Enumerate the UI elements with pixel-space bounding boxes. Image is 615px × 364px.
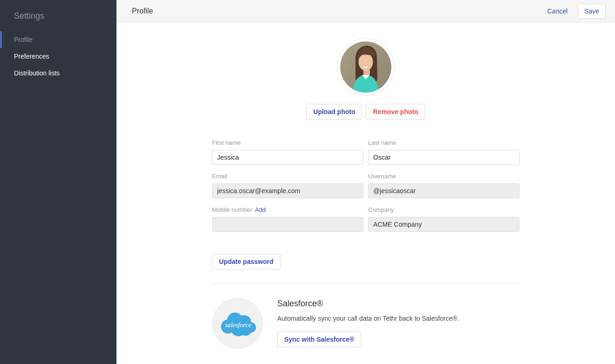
- first-name-label: First name: [212, 139, 363, 146]
- mobile-label-text: Mobile number: [212, 206, 252, 213]
- avatar: [337, 38, 395, 96]
- remove-photo-button[interactable]: Remove photo: [366, 104, 425, 120]
- form-row-name: First name Last name: [212, 139, 519, 165]
- first-name-input[interactable]: [212, 150, 363, 165]
- salesforce-logo-text: salesforce: [225, 321, 252, 329]
- company-group: Company: [368, 206, 519, 232]
- email-label: Email: [212, 173, 363, 180]
- last-name-label: Last name: [368, 139, 519, 146]
- last-name-group: Last name: [368, 139, 519, 165]
- sidebar-item-distribution-lists[interactable]: Distribution lists: [0, 65, 116, 81]
- photo-actions: Upload photo Remove photo: [116, 104, 615, 120]
- mobile-number-field: [212, 217, 363, 232]
- last-name-input[interactable]: [368, 150, 519, 165]
- settings-sidebar: Settings Profile Preferences Distributio…: [0, 0, 116, 364]
- form-row-account: Email Username: [212, 173, 519, 198]
- sidebar-item-label: Distribution lists: [14, 69, 60, 77]
- username-label: Username: [368, 173, 519, 180]
- page-header: Profile Cancel Save: [116, 0, 615, 22]
- section-divider: [212, 283, 519, 284]
- salesforce-logo: salesforce: [212, 298, 263, 349]
- header-actions: Cancel Save: [547, 4, 606, 19]
- add-mobile-link[interactable]: Add: [255, 206, 266, 213]
- salesforce-cloud-icon: salesforce: [216, 308, 260, 339]
- salesforce-description: Automatically sync your call data on Tet…: [277, 315, 459, 322]
- email-field: [212, 183, 363, 198]
- save-button[interactable]: Save: [578, 4, 606, 19]
- first-name-group: First name: [212, 139, 363, 165]
- update-password-button[interactable]: Update password: [212, 254, 280, 270]
- sync-with-salesforce-button[interactable]: Sync with Salesforce®: [277, 331, 361, 347]
- sidebar-item-profile[interactable]: Profile: [0, 31, 116, 48]
- email-group: Email: [212, 173, 363, 198]
- profile-form: First name Last name Email Username: [212, 139, 519, 270]
- sidebar-title: Settings: [0, 0, 116, 31]
- sidebar-item-label: Preferences: [14, 53, 49, 60]
- sidebar-nav: Profile Preferences Distribution lists: [0, 31, 116, 81]
- profile-photo: [340, 41, 391, 93]
- sidebar-item-preferences[interactable]: Preferences: [0, 48, 116, 65]
- company-label: Company: [368, 206, 519, 213]
- company-field: [368, 217, 519, 232]
- username-group: Username: [368, 173, 519, 198]
- username-field: [368, 183, 519, 198]
- salesforce-body: Salesforce® Automatically sync your call…: [277, 298, 459, 349]
- main-area: Profile Cancel Save: [116, 0, 615, 364]
- page-title: Profile: [132, 7, 153, 15]
- upload-photo-button[interactable]: Upload photo: [306, 104, 362, 120]
- cancel-button[interactable]: Cancel: [547, 7, 567, 15]
- profile-content: Upload photo Remove photo First name Las…: [116, 22, 615, 364]
- mobile-label: Mobile number Add: [212, 206, 363, 213]
- sidebar-item-label: Profile: [14, 36, 33, 43]
- form-row-contact: Mobile number Add Company: [212, 206, 519, 232]
- salesforce-title: Salesforce®: [277, 299, 459, 309]
- salesforce-section: salesforce Salesforce® Automatically syn…: [212, 298, 519, 349]
- mobile-group: Mobile number Add: [212, 206, 363, 232]
